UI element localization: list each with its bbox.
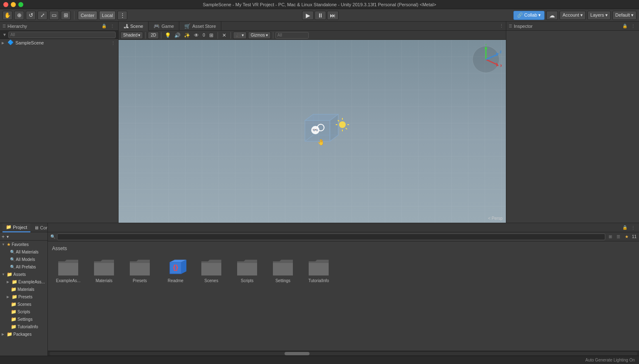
inspector-header: ☰ Inspector 🔒 ⋮ (506, 22, 639, 31)
tree-item-settings[interactable]: 📁 Settings (0, 315, 47, 323)
svg-text:z: z (500, 49, 502, 54)
asset-store-tab-label: Asset Store (192, 24, 216, 29)
collab-button[interactable]: 🔗 Collab ▾ (513, 11, 545, 20)
asset-item-presets[interactable]: Presets (124, 256, 156, 285)
assets-lock-button[interactable]: 🔒 (622, 224, 628, 231)
close-button[interactable] (3, 2, 8, 7)
scene-object[interactable]: 👓 🤚 (292, 106, 359, 157)
tab-asset-store[interactable]: 🛒 Asset Store (179, 22, 221, 31)
account-button[interactable]: Account ▾ (560, 11, 586, 20)
star-filter-button[interactable]: ★ (624, 234, 630, 240)
tab-console[interactable]: 🖥 Console (31, 223, 48, 232)
cloud-button[interactable]: ☁ (546, 11, 558, 20)
hierarchy-header: ☰ Hierarchy 🔒 ⋮ (0, 22, 118, 31)
pause-button[interactable]: ⏸ (315, 11, 326, 20)
assets-scrollbar[interactable] (48, 351, 639, 356)
tree-item-favorites[interactable]: ▼ ★ Favorites (0, 241, 47, 248)
example-label: ExampleAss... (18, 280, 45, 284)
tree-item-all-prefabs[interactable]: 🔍 All Prefabs (0, 263, 47, 271)
asset-item-settings[interactable]: Settings (267, 256, 299, 285)
hierarchy-search-input[interactable] (8, 32, 116, 38)
inspector-more-button[interactable]: ⋮ (630, 23, 637, 30)
step-button[interactable]: ⏭ (327, 11, 339, 20)
tree-item-tutorialinfo[interactable]: 📁 TutorialInfo (0, 323, 47, 330)
layers-button[interactable]: Layers ▾ (587, 11, 611, 20)
play-button[interactable]: ▶ (302, 11, 314, 20)
default-layout-button[interactable]: Default ▾ (612, 11, 637, 20)
scene-viewport[interactable]: 👓 🤚 (119, 40, 506, 223)
2d-button[interactable]: 2D (148, 32, 159, 39)
filter-button[interactable]: ▼ (6, 235, 10, 239)
perspective-label: < Persp (488, 216, 503, 221)
presets-folder-icon (128, 257, 151, 277)
hierarchy-arrow: ▶ (2, 41, 7, 45)
scripts-tree-label: Scripts (17, 310, 30, 314)
hand-tool-button[interactable]: ✋ (2, 11, 12, 20)
asset-store-tab-icon: 🛒 (184, 23, 191, 29)
rect-tool-button[interactable]: ▭ (49, 11, 59, 20)
scroll-track (50, 352, 637, 355)
tree-item-scripts[interactable]: 📁 Scripts (0, 308, 47, 315)
add-item-button[interactable]: + (2, 234, 5, 240)
hierarchy-item-more[interactable]: ⋮ (110, 39, 116, 46)
center-button[interactable]: Center (78, 11, 97, 20)
close-scene-button[interactable]: ✕ (220, 32, 228, 39)
scene-vis-button[interactable]: 👁 (192, 32, 201, 39)
list-view-button[interactable]: ☰ (615, 234, 622, 240)
tree-item-materials[interactable]: 📁 Materials (0, 285, 47, 293)
hierarchy-menu-icon[interactable]: ☰ (2, 24, 6, 28)
readme-icon: {} (164, 257, 187, 277)
assets-search-input[interactable] (57, 234, 605, 240)
tree-item-scenes[interactable]: 📁 Scenes (0, 300, 47, 308)
assets-more-button[interactable]: ⋮ (630, 224, 637, 231)
tab-project[interactable]: 📁 Project (2, 223, 30, 232)
asset-item-scripts[interactable]: Scripts (231, 256, 263, 285)
audio-button[interactable]: 🔊 (173, 32, 181, 39)
tab-scene[interactable]: 🏞 Scene (119, 22, 149, 31)
gizmos-dropdown[interactable]: Gizmos ▾ (248, 32, 271, 39)
grid-button[interactable]: ⊞ (207, 32, 215, 39)
grid-view-button[interactable]: ⊞ (607, 234, 614, 240)
asset-item-scenes[interactable]: Scenes (195, 256, 228, 285)
hierarchy-lock-button[interactable]: 🔒 (101, 23, 107, 30)
fx-button[interactable]: ✨ (183, 32, 191, 39)
lighting-button[interactable]: 💡 (163, 32, 172, 39)
asset-item-tutorialinfo[interactable]: TutorialInfo (302, 256, 335, 285)
scene-object-svg: 👓 🤚 (292, 106, 359, 156)
assets-folder-icon: 📁 (7, 272, 12, 277)
assets-panel: 🔒 ⋮ 🔍 ⊞ ☰ ★ 11 Assets (48, 223, 639, 356)
inspector-lock-button[interactable]: 🔒 (622, 23, 628, 30)
tabs-more-button[interactable]: ⋮ (497, 22, 506, 30)
pivot-button[interactable]: ⋮ (117, 11, 127, 20)
transform-tool-button[interactable]: ⊞ (61, 11, 71, 20)
tree-item-assets[interactable]: ▼ 📁 Assets (0, 271, 47, 278)
tree-item-all-materials[interactable]: 🔍 All Materials (0, 248, 47, 256)
asset-item-readme[interactable]: {} Readme (159, 256, 192, 285)
shading-label: Shaded (123, 33, 137, 37)
rotate-tool-button[interactable]: ↺ (26, 11, 36, 20)
move-tool-button[interactable]: ⊕ (14, 11, 24, 20)
tree-item-packages[interactable]: ▶ 📁 Packages (0, 330, 47, 338)
hierarchy-item-samplescene[interactable]: ▶ 🔷 SampleScene ⋮ (0, 39, 118, 47)
local-button[interactable]: Local (99, 11, 116, 20)
presets-folder-icon: 📁 (12, 294, 17, 300)
axis-gizmo[interactable]: Y x z (471, 44, 502, 75)
hierarchy-more-button[interactable]: ⋮ (109, 23, 116, 30)
minimize-button[interactable] (11, 2, 16, 7)
tree-item-exampleassets[interactable]: ▶ 📁 ExampleAss... (0, 278, 47, 285)
hierarchy-add-icon[interactable]: ▼ (2, 32, 7, 37)
inspector-menu-icon[interactable]: ☰ (509, 24, 512, 28)
scale-tool-button[interactable]: ⤢ (37, 11, 47, 20)
scenes-folder-icon (200, 257, 223, 277)
gizmos-arrow: ▾ (266, 33, 268, 37)
maximize-button[interactable] (18, 2, 23, 7)
tab-game[interactable]: 🎮 Game (149, 22, 179, 31)
scene-search-input[interactable] (275, 32, 309, 39)
asset-item-materials[interactable]: Materials (88, 256, 120, 285)
tree-item-presets[interactable]: ▶ 📁 Presets (0, 293, 47, 300)
tree-item-all-models[interactable]: 🔍 All Models (0, 256, 47, 263)
shading-dropdown[interactable]: Shaded ▾ (120, 32, 143, 39)
svg-text:Y: Y (485, 44, 488, 46)
render-mode-dropdown[interactable]: 🎥 ▾ (233, 32, 247, 39)
asset-item-exampleassets[interactable]: ExampleAs... (52, 256, 84, 285)
